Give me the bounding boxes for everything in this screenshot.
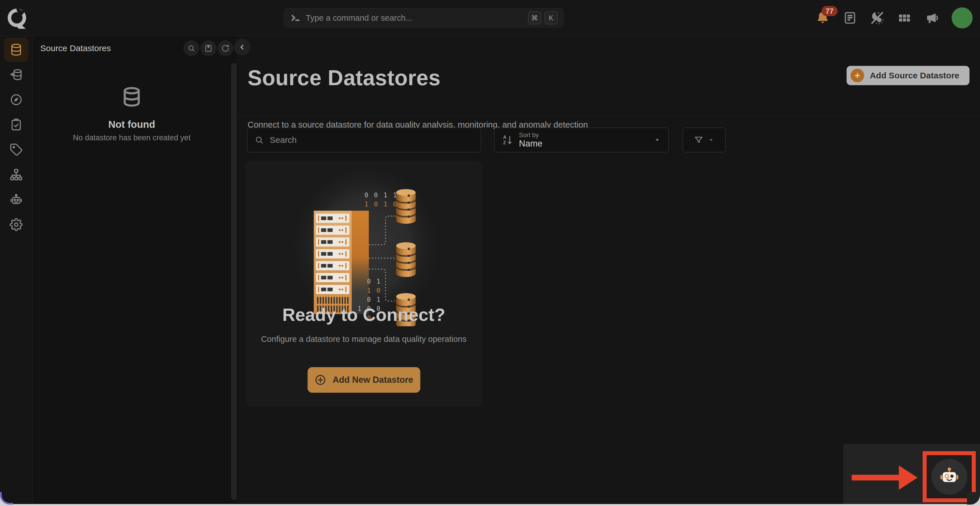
- card-title: Ready to Connect?: [245, 304, 482, 325]
- search-field[interactable]: [247, 127, 481, 153]
- rail-item-checks[interactable]: [10, 118, 23, 131]
- panel-collapse-button[interactable]: [234, 39, 250, 56]
- page-bottom-edge: [0, 504, 980, 506]
- chevron-down-icon: [708, 137, 714, 143]
- database-icon: [121, 86, 142, 107]
- sort-az-icon: A Z: [502, 134, 513, 146]
- panel-empty-state: Not found No datastore has been created …: [33, 86, 231, 142]
- add-new-datastore-button[interactable]: Add New Datastore: [307, 367, 420, 393]
- hierarchy-icon: [10, 168, 23, 181]
- plus-icon: [851, 69, 864, 82]
- panel-header: Source Datastores: [33, 36, 236, 61]
- apps-grid-button[interactable]: [897, 11, 912, 25]
- bookmark-icon: [204, 44, 213, 53]
- svg-text:1 0: 1 0: [367, 287, 381, 294]
- user-avatar[interactable]: [951, 7, 973, 29]
- panel-refresh-button[interactable]: [218, 40, 233, 56]
- svg-text:A: A: [503, 135, 506, 140]
- ready-to-connect-card: 0 0 1 1 0 1 0 1 0 0: [245, 161, 482, 406]
- theme-toggle-icon: [870, 11, 885, 25]
- compass-icon: [10, 93, 23, 106]
- rail-item-lineage[interactable]: [10, 168, 23, 181]
- empty-state-title: Not found: [33, 119, 231, 130]
- svg-text:Z: Z: [503, 140, 506, 145]
- plus-circle-icon: [314, 374, 326, 386]
- list-controls: A Z Sort by Name: [247, 127, 725, 153]
- panel-bookmark-button[interactable]: [200, 40, 216, 56]
- topbar-actions: 77: [815, 0, 973, 35]
- rail-item-source-datastores[interactable]: [4, 38, 29, 62]
- notification-count-badge: 77: [822, 6, 837, 16]
- rail-item-tags[interactable]: [10, 143, 23, 156]
- panel-search-button[interactable]: [183, 40, 199, 56]
- window-corner-left: [0, 492, 13, 504]
- bot-icon: [10, 193, 23, 206]
- release-notes-button[interactable]: [843, 11, 858, 25]
- funnel-icon: [694, 135, 703, 145]
- refresh-icon: [221, 44, 230, 53]
- topbar: ⌘ K 77: [0, 0, 980, 36]
- rail-item-explore[interactable]: [10, 93, 23, 106]
- notifications-button[interactable]: 77: [815, 11, 830, 25]
- megaphone-icon: [924, 11, 939, 25]
- apps-grid-icon: [897, 11, 912, 25]
- add-source-datastore-label: Add Source Datastore: [870, 71, 959, 80]
- add-new-datastore-label: Add New Datastore: [332, 375, 413, 385]
- release-notes-icon: [843, 11, 858, 25]
- header-divider: [237, 116, 980, 117]
- svg-text:0 1: 0 1: [367, 278, 381, 285]
- search-icon: [187, 44, 196, 53]
- gear-icon: [10, 218, 23, 231]
- datastore-connection-illustration: 0 0 1 1 0 1 0 1 0 0: [279, 168, 449, 326]
- filter-dropdown[interactable]: [682, 127, 725, 153]
- panel-title: Source Datastores: [40, 43, 111, 53]
- qualytics-logo-icon[interactable]: [6, 7, 29, 30]
- theme-toggle-button[interactable]: [870, 11, 885, 25]
- page-title: Source Datastores: [248, 65, 441, 90]
- sort-by-value: Name: [519, 138, 542, 149]
- shortcut-modifier-key: ⌘: [528, 11, 541, 24]
- sort-dropdown[interactable]: A Z Sort by Name: [494, 127, 669, 153]
- chatbot-launcher-button[interactable]: [931, 459, 967, 495]
- app-root: ⌘ K 77: [0, 0, 980, 506]
- command-bar[interactable]: ⌘ K: [284, 8, 563, 27]
- database-icon: [10, 43, 23, 56]
- main-content: Source Datastores Connect to a source da…: [237, 36, 980, 506]
- clipboard-check-icon: [10, 118, 23, 131]
- red-arrow-head: [899, 465, 918, 490]
- icon-rail: [0, 36, 33, 506]
- svg-text:0 1: 0 1: [367, 296, 381, 303]
- red-arrow: [852, 475, 899, 481]
- card-subtitle: Configure a datastore to manage data qua…: [245, 334, 482, 344]
- chevron-left-icon: [238, 43, 246, 51]
- search-icon: [255, 135, 264, 145]
- announcements-button[interactable]: [924, 11, 939, 25]
- rail-item-settings[interactable]: [10, 218, 23, 231]
- rail-item-enrichment-datastores[interactable]: [10, 68, 23, 81]
- rail-item-ai-assistant[interactable]: [10, 193, 23, 206]
- window-corner-right: [967, 492, 980, 504]
- terminal-prompt-icon: [290, 12, 301, 24]
- empty-state-subtitle: No datastore has been created yet: [33, 134, 231, 142]
- annotation-overlay: [843, 444, 980, 504]
- shortcut-letter-key: K: [544, 11, 558, 24]
- server-rack: [316, 214, 349, 312]
- tag-icon: [10, 143, 23, 156]
- chevron-down-icon: [654, 136, 661, 144]
- sort-by-label: Sort by: [519, 132, 542, 138]
- add-source-datastore-button[interactable]: Add Source Datastore: [846, 66, 969, 85]
- chatbot-robot-icon: [939, 466, 960, 487]
- datastores-panel: Source Datastores Not found No datastore…: [33, 36, 236, 506]
- command-input[interactable]: [305, 13, 525, 23]
- database-import-icon: [10, 68, 23, 81]
- search-input[interactable]: [269, 135, 474, 145]
